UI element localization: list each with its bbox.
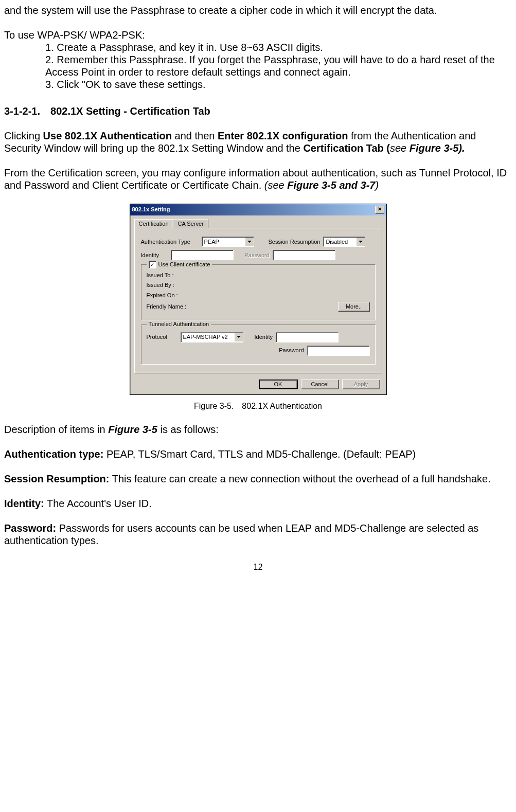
identity-field[interactable] bbox=[171, 250, 234, 260]
list-item: 2. Remember this Passphrase. If you forg… bbox=[45, 53, 512, 78]
auth-type-select[interactable]: PEAP bbox=[202, 237, 254, 247]
close-icon[interactable]: ✕ bbox=[375, 206, 384, 214]
paragraph-2: From the Certification screen, you may c… bbox=[4, 167, 512, 191]
tunnel-identity-field[interactable] bbox=[276, 332, 339, 342]
label-auth-type: Authentication Type bbox=[141, 239, 199, 245]
label-tunnel-password: Password bbox=[279, 347, 304, 354]
desc-password: Password: Passwords for users accounts c… bbox=[4, 522, 512, 547]
section-heading: 3-1-2-1. 802.1X Setting - Certification … bbox=[4, 105, 512, 117]
ok-button[interactable]: OK bbox=[259, 380, 298, 389]
tab-strip: CertificationCA Server bbox=[130, 215, 386, 228]
label-protocol: Protocol bbox=[147, 334, 177, 340]
dialog-titlebar[interactable]: 802.1x Setting ✕ bbox=[130, 204, 386, 215]
label-identity: Identity bbox=[141, 252, 168, 259]
tab-body: Authentication Type PEAP Session Resumpt… bbox=[134, 228, 382, 373]
desc-identity: Identity: The Account's User ID. bbox=[4, 497, 512, 510]
wpa-heading: To use WPA-PSK/ WPA2-PSK: bbox=[4, 29, 512, 41]
dialog-button-row: OK Cancel Apply bbox=[130, 377, 386, 394]
label-password-disabled: Password bbox=[245, 252, 270, 259]
label-use-client-cert: Use Client certificate bbox=[158, 261, 210, 268]
label-session-resumption: Session Resumption bbox=[269, 239, 321, 245]
cancel-button[interactable]: Cancel bbox=[301, 380, 339, 389]
label-tunneled-auth: Tunneled Authentication bbox=[147, 321, 211, 328]
tunnel-password-field[interactable] bbox=[307, 346, 370, 356]
dialog-8021x-setting: 802.1x Setting ✕ CertificationCA Server … bbox=[130, 204, 387, 395]
list-item: 1. Create a Passphrase, and key it in. U… bbox=[45, 41, 512, 53]
list-item: 3. Click "OK to save these settings. bbox=[45, 78, 512, 91]
tab-ca-server[interactable]: CA Server bbox=[173, 219, 208, 228]
intro-paragraph: and the system will use the Passphrase t… bbox=[4, 4, 512, 16]
apply-button[interactable]: Apply bbox=[342, 380, 380, 389]
chevron-down-icon bbox=[356, 238, 365, 246]
chevron-down-icon bbox=[234, 333, 243, 341]
use-client-cert-checkbox[interactable]: ✓ bbox=[149, 261, 156, 268]
dialog-title: 802.1x Setting bbox=[132, 206, 170, 213]
description-intro: Description of items in Figure 3-5 is as… bbox=[4, 423, 512, 436]
desc-auth-type: Authentication type: PEAP, TLS/Smart Car… bbox=[4, 448, 512, 460]
wpa-steps-list: 1. Create a Passphrase, and key it in. U… bbox=[4, 41, 512, 91]
desc-session: Session Resumption: This feature can cre… bbox=[4, 473, 512, 485]
label-issued-to: Issued To : bbox=[147, 272, 174, 279]
paragraph-1: Clicking Use 802.1X Authentication and t… bbox=[4, 130, 512, 154]
label-issued-by: Issued By : bbox=[147, 282, 174, 288]
figure-caption: Figure 3-5. 802.1X Authentication bbox=[4, 401, 512, 411]
label-tunnel-identity: Identity bbox=[255, 334, 273, 340]
tunneled-auth-group: Tunneled Authentication Protocol EAP-MSC… bbox=[141, 324, 376, 365]
tab-certification[interactable]: Certification bbox=[134, 219, 173, 228]
chevron-down-icon bbox=[245, 238, 254, 246]
more-button[interactable]: More.. bbox=[338, 302, 370, 312]
page-number: 12 bbox=[4, 562, 512, 572]
session-resumption-select[interactable]: Disabled bbox=[323, 237, 365, 247]
label-friendly-name: Friendly Name : bbox=[147, 303, 187, 310]
protocol-select[interactable]: EAP-MSCHAP v2 bbox=[181, 332, 243, 342]
client-cert-group: ✓ Use Client certificate Issued To : Iss… bbox=[141, 264, 376, 320]
label-expired-on: Expired On : bbox=[147, 292, 178, 299]
password-field[interactable] bbox=[273, 250, 335, 260]
